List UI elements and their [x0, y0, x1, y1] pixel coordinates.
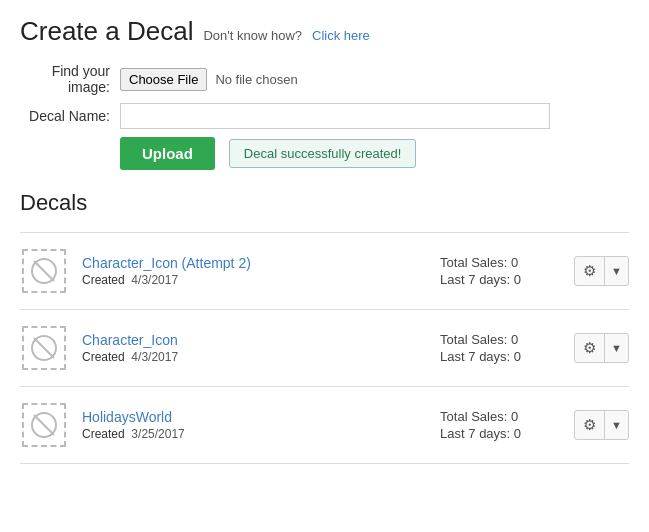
- find-image-row: Find your image: Choose File No file cho…: [20, 63, 629, 95]
- actions-dropdown-button[interactable]: ⚙ ▼: [574, 256, 629, 286]
- total-sales: Total Sales: 0: [440, 409, 560, 424]
- decal-name-input[interactable]: [120, 103, 550, 129]
- svg-line-5: [34, 415, 54, 435]
- svg-line-3: [34, 338, 54, 358]
- decal-name-label: Decal Name:: [20, 108, 120, 124]
- upload-row: Upload Decal successfully created!: [120, 137, 629, 170]
- decal-thumbnail: [22, 403, 66, 447]
- page-title: Create a Decal: [20, 16, 193, 47]
- gear-icon: ⚙: [575, 334, 605, 362]
- decal-info: HolidaysWorld Created 3/25/2017: [82, 409, 426, 441]
- last7-days: Last 7 days: 0: [440, 272, 560, 287]
- decal-item: HolidaysWorld Created 3/25/2017 Total Sa…: [20, 387, 629, 464]
- total-sales: Total Sales: 0: [440, 332, 560, 347]
- decal-created: Created 4/3/2017: [82, 273, 426, 287]
- page-title-row: Create a Decal Don't know how? Click her…: [20, 16, 629, 47]
- decal-stats: Total Sales: 0 Last 7 days: 0: [440, 332, 560, 364]
- decal-actions: ⚙ ▼: [574, 333, 629, 363]
- find-image-label: Find your image:: [20, 63, 120, 95]
- gear-icon: ⚙: [575, 411, 605, 439]
- svg-line-1: [34, 261, 54, 281]
- upload-button[interactable]: Upload: [120, 137, 215, 170]
- file-input-wrapper: Choose File No file chosen: [120, 68, 298, 91]
- choose-file-button[interactable]: Choose File: [120, 68, 207, 91]
- decals-section-title: Decals: [20, 190, 629, 216]
- help-link[interactable]: Click here: [312, 28, 370, 43]
- decal-name-link[interactable]: HolidaysWorld: [82, 409, 172, 425]
- decal-icon: [20, 324, 68, 372]
- decal-created-label: Created: [82, 427, 125, 441]
- last7-days: Last 7 days: 0: [440, 349, 560, 364]
- decal-icon: [20, 401, 68, 449]
- decal-info: Character_Icon (Attempt 2) Created 4/3/2…: [82, 255, 426, 287]
- decal-created-label: Created: [82, 273, 125, 287]
- decals-section: Decals Character_Icon (Attempt 2) Create…: [20, 190, 629, 464]
- decal-item: Character_Icon Created 4/3/2017 Total Sa…: [20, 310, 629, 387]
- main-content: Create a Decal Don't know how? Click her…: [0, 0, 649, 480]
- decal-list: Character_Icon (Attempt 2) Created 4/3/2…: [20, 232, 629, 464]
- decal-actions: ⚙ ▼: [574, 256, 629, 286]
- decal-stats: Total Sales: 0 Last 7 days: 0: [440, 255, 560, 287]
- chevron-down-icon: ▼: [605, 337, 628, 359]
- decal-thumbnail: [22, 326, 66, 370]
- decal-stats: Total Sales: 0 Last 7 days: 0: [440, 409, 560, 441]
- success-message: Decal successfully created!: [229, 139, 417, 168]
- decal-actions: ⚙ ▼: [574, 410, 629, 440]
- chevron-down-icon: ▼: [605, 260, 628, 282]
- no-file-text: No file chosen: [215, 72, 297, 87]
- decal-thumbnail: [22, 249, 66, 293]
- decal-created-label: Created: [82, 350, 125, 364]
- actions-dropdown-button[interactable]: ⚙ ▼: [574, 410, 629, 440]
- decal-name-row: Decal Name:: [20, 103, 629, 129]
- help-text: Don't know how?: [203, 28, 302, 43]
- create-decal-form: Find your image: Choose File No file cho…: [20, 63, 629, 170]
- decal-item: Character_Icon (Attempt 2) Created 4/3/2…: [20, 233, 629, 310]
- total-sales: Total Sales: 0: [440, 255, 560, 270]
- gear-icon: ⚙: [575, 257, 605, 285]
- decal-info: Character_Icon Created 4/3/2017: [82, 332, 426, 364]
- actions-dropdown-button[interactable]: ⚙ ▼: [574, 333, 629, 363]
- decal-name-link[interactable]: Character_Icon (Attempt 2): [82, 255, 251, 271]
- chevron-down-icon: ▼: [605, 414, 628, 436]
- decal-created: Created 3/25/2017: [82, 427, 426, 441]
- decal-icon: [20, 247, 68, 295]
- decal-name-link[interactable]: Character_Icon: [82, 332, 178, 348]
- last7-days: Last 7 days: 0: [440, 426, 560, 441]
- decal-created: Created 4/3/2017: [82, 350, 426, 364]
